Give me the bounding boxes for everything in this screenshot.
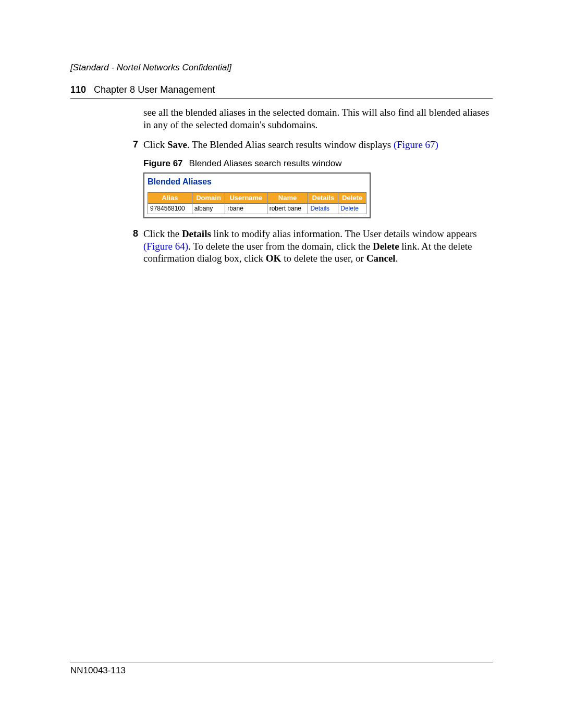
doc-id-footer: NN10043-113: [70, 662, 493, 676]
step-8: 8 Click the Details link to modify alias…: [143, 228, 493, 265]
step-number: 7: [126, 139, 138, 151]
page-header: 110 Chapter 8 User Management: [70, 84, 493, 99]
figure-caption: Figure 67Blended Aliases search results …: [143, 158, 493, 169]
chapter-title: [89, 84, 94, 95]
screenshot-title: Blended Aliases: [144, 174, 370, 192]
col-username: Username: [225, 192, 267, 203]
col-details: Details: [308, 192, 338, 203]
page-number: 110: [70, 84, 86, 95]
cell-alias: 9784568100: [148, 203, 192, 214]
col-name: Name: [267, 192, 308, 203]
figure-xref-64[interactable]: (Figure 64): [143, 241, 188, 252]
col-delete: Delete: [338, 192, 366, 203]
figure-xref-67[interactable]: (Figure 67): [394, 139, 438, 150]
cell-username: rbane: [225, 203, 267, 214]
screenshot-blended-aliases: Blended Aliases Alias Domain Username Na…: [143, 172, 371, 218]
confidential-notice: [Standard - Nortel Networks Confidential…: [70, 63, 493, 73]
col-domain: Domain: [192, 192, 225, 203]
table-header-row: Alias Domain Username Name Details Delet…: [148, 192, 366, 203]
chapter-title-text: Chapter 8 User Management: [94, 84, 215, 95]
table-row: 9784568100 albany rbane robert bane Deta…: [148, 203, 366, 214]
step-7: 7 Click Save. The Blended Alias search r…: [143, 139, 493, 151]
figure-caption-text: Blended Aliases search results window: [189, 158, 342, 168]
figure-label: Figure 67: [143, 158, 183, 168]
details-link[interactable]: Details: [308, 203, 338, 214]
delete-link[interactable]: Delete: [338, 203, 366, 214]
intro-paragraph: see all the blended aliases in the selec…: [143, 106, 493, 131]
step-number: 8: [126, 228, 138, 265]
cell-domain: albany: [192, 203, 225, 214]
step-text: Click Save. The Blended Alias search res…: [143, 139, 493, 151]
step-text: Click the Details link to modify alias i…: [143, 228, 493, 265]
aliases-table: Alias Domain Username Name Details Delet…: [148, 192, 366, 214]
cell-name: robert bane: [267, 203, 308, 214]
col-alias: Alias: [148, 192, 192, 203]
